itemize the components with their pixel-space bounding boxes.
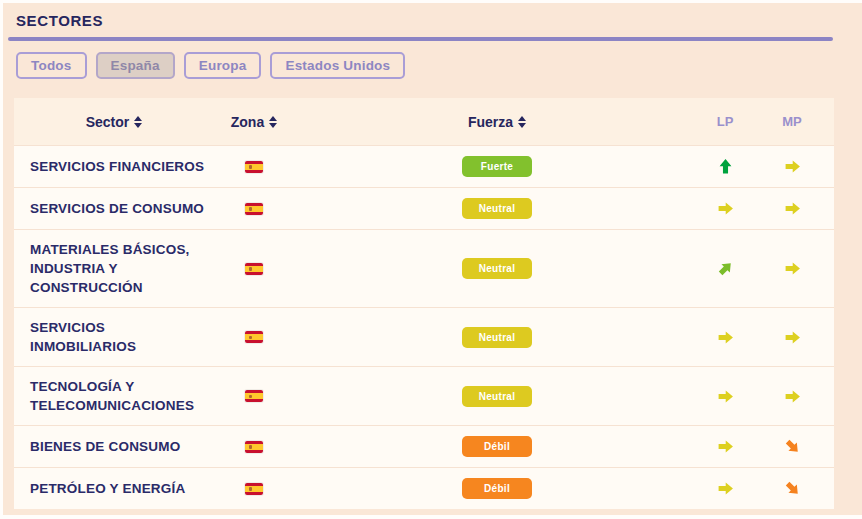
page-title: SECTORES: [16, 12, 103, 29]
lp-cell: [700, 480, 750, 497]
mp-trend-arrow-icon: [784, 329, 801, 346]
lp-trend-arrow-icon: [717, 388, 734, 405]
spain-flag-icon: [245, 483, 263, 495]
spain-flag-icon: [245, 441, 263, 453]
sort-icon: [269, 116, 277, 128]
sector-cell: BIENES DE CONSUMO: [14, 437, 214, 456]
fuerza-badge: Fuerte: [462, 156, 532, 177]
fuerza-badge: Neutral: [462, 198, 532, 219]
lp-trend-arrow-icon: [713, 256, 737, 280]
column-header-lp-label: LP: [717, 114, 734, 129]
column-header-sector[interactable]: Sector: [14, 114, 214, 130]
mp-cell: [750, 329, 834, 346]
sector-cell: TECNOLOGÍA Y TELECOMUNICACIONES: [14, 377, 214, 415]
table-row[interactable]: SERVICIOS DE CONSUMO Neutral: [14, 187, 834, 229]
mp-trend-arrow-icon: [784, 158, 801, 175]
fuerza-badge: Débil: [462, 478, 532, 499]
lp-cell: [700, 388, 750, 405]
sector-cell: SERVICIOS DE CONSUMO: [14, 199, 214, 218]
column-header-zona-label: Zona: [231, 114, 264, 130]
fuerza-cell: Débil: [294, 436, 700, 457]
sectors-table: Sector Zona Fuerza LP MP SERVICIOS FINAN…: [14, 98, 834, 509]
mp-trend-arrow-icon: [784, 200, 801, 217]
sector-cell: MATERIALES BÁSICOS, INDUSTRIA Y CONSTRUC…: [14, 240, 214, 297]
spain-flag-icon: [245, 203, 263, 215]
zona-cell: [214, 161, 294, 173]
filter-europa-button[interactable]: Europa: [184, 52, 262, 79]
fuerza-badge: Neutral: [462, 327, 532, 348]
filter-estados-unidos-button[interactable]: Estados Unidos: [270, 52, 405, 79]
spain-flag-icon: [245, 263, 263, 275]
table-header-row: Sector Zona Fuerza LP MP: [14, 98, 834, 145]
sector-cell: PETRÓLEO Y ENERGÍA: [14, 479, 214, 498]
zona-cell: [214, 263, 294, 275]
column-header-fuerza[interactable]: Fuerza: [294, 114, 700, 130]
zone-filter-group: Todos España Europa Estados Unidos: [16, 52, 405, 79]
table-row[interactable]: BIENES DE CONSUMO Débil: [14, 425, 834, 467]
lp-cell: [700, 329, 750, 346]
mp-cell: [750, 260, 834, 277]
table-body: SERVICIOS FINANCIEROS Fuerte SERVICIOS D…: [14, 145, 834, 509]
table-row[interactable]: TECNOLOGÍA Y TELECOMUNICACIONES Neutral: [14, 366, 834, 425]
zona-cell: [214, 390, 294, 402]
lp-trend-arrow-icon: [717, 438, 734, 455]
title-underline: [8, 37, 833, 41]
fuerza-cell: Neutral: [294, 258, 700, 279]
column-header-mp-label: MP: [782, 114, 802, 129]
table-row[interactable]: SERVICIOS INMOBILIARIOS Neutral: [14, 307, 834, 366]
spain-flag-icon: [245, 390, 263, 402]
filter-espana-button[interactable]: España: [96, 52, 175, 79]
lp-cell: [700, 260, 750, 277]
fuerza-cell: Débil: [294, 478, 700, 499]
lp-cell: [700, 200, 750, 217]
fuerza-badge: Neutral: [462, 258, 532, 279]
lp-trend-arrow-icon: [717, 158, 734, 175]
sector-cell: SERVICIOS FINANCIEROS: [14, 157, 214, 176]
fuerza-cell: Neutral: [294, 386, 700, 407]
mp-cell: [750, 200, 834, 217]
column-header-fuerza-label: Fuerza: [468, 114, 513, 130]
mp-cell: [750, 480, 834, 497]
mp-trend-arrow-icon: [780, 476, 804, 500]
sort-icon: [134, 116, 142, 128]
lp-trend-arrow-icon: [717, 480, 734, 497]
zona-cell: [214, 483, 294, 495]
mp-cell: [750, 388, 834, 405]
sector-cell: SERVICIOS INMOBILIARIOS: [14, 318, 214, 356]
table-row[interactable]: SERVICIOS FINANCIEROS Fuerte: [14, 145, 834, 187]
spain-flag-icon: [245, 161, 263, 173]
mp-cell: [750, 438, 834, 455]
table-row[interactable]: PETRÓLEO Y ENERGÍA Débil: [14, 467, 834, 509]
sectors-panel: SECTORES Todos España Europa Estados Uni…: [3, 3, 862, 515]
mp-cell: [750, 158, 834, 175]
table-row[interactable]: MATERIALES BÁSICOS, INDUSTRIA Y CONSTRUC…: [14, 229, 834, 307]
mp-trend-arrow-icon: [784, 388, 801, 405]
sort-icon: [518, 116, 526, 128]
fuerza-cell: Neutral: [294, 198, 700, 219]
lp-trend-arrow-icon: [717, 200, 734, 217]
fuerza-cell: Fuerte: [294, 156, 700, 177]
column-header-mp: MP: [750, 114, 834, 129]
lp-cell: [700, 438, 750, 455]
zona-cell: [214, 331, 294, 343]
zona-cell: [214, 203, 294, 215]
lp-cell: [700, 158, 750, 175]
zona-cell: [214, 441, 294, 453]
mp-trend-arrow-icon: [780, 434, 804, 458]
fuerza-badge: Débil: [462, 436, 532, 457]
spain-flag-icon: [245, 331, 263, 343]
lp-trend-arrow-icon: [717, 329, 734, 346]
filter-todos-button[interactable]: Todos: [16, 52, 87, 79]
fuerza-cell: Neutral: [294, 327, 700, 348]
mp-trend-arrow-icon: [784, 260, 801, 277]
column-header-lp: LP: [700, 114, 750, 129]
column-header-zona[interactable]: Zona: [214, 114, 294, 130]
fuerza-badge: Neutral: [462, 386, 532, 407]
column-header-sector-label: Sector: [86, 114, 130, 130]
